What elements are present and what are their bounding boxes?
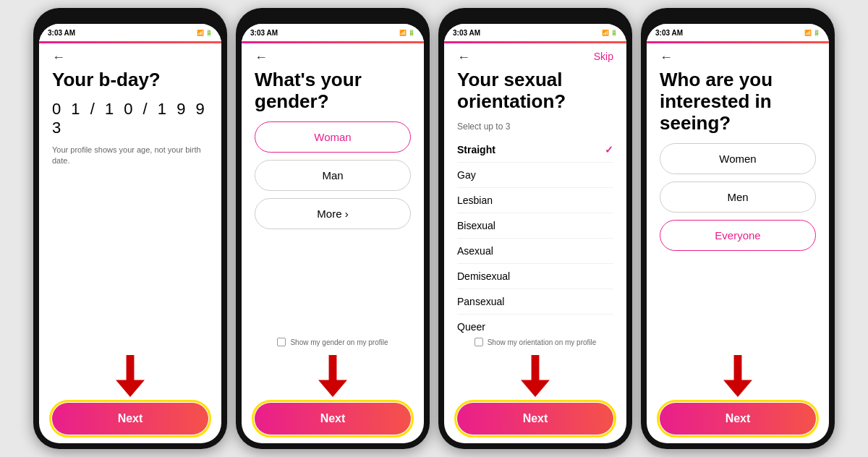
gender-option-woman[interactable]: Woman [255, 121, 411, 153]
phone-interest: 3:03 AM 📶🔋 ← Who are you interested in s… [641, 8, 835, 449]
orient-lesbian[interactable]: Lesbian [457, 188, 613, 213]
phone-gender: 3:03 AM 📶🔋 ← What's your gender? Woman M… [236, 8, 430, 449]
down-arrow-icon-3 [519, 355, 551, 397]
time-3: 3:03 AM [453, 29, 480, 37]
checkbox-orientation[interactable] [475, 338, 483, 346]
orientation-list: Straight ✓ Gay Lesbian Bisexual Asexual … [457, 137, 613, 335]
status-bar-3: 3:03 AM 📶🔋 [444, 24, 626, 41]
back-button-4[interactable]: ← [660, 51, 677, 64]
birthday-note: Your profile shows your age, not your bi… [52, 145, 208, 167]
status-icons-4: 📶🔋 [804, 30, 820, 36]
bottom-area-1: Next [52, 352, 208, 435]
status-bar-1: 3:03 AM 📶🔋 [39, 24, 221, 41]
orient-straight[interactable]: Straight ✓ [457, 137, 613, 163]
time-2: 3:03 AM [250, 29, 278, 37]
next-button-2[interactable]: Next [255, 403, 411, 435]
interest-men[interactable]: Men [660, 181, 816, 213]
screen-title-1: Your b-day? [52, 69, 208, 91]
gender-option-man[interactable]: Man [255, 160, 411, 191]
orient-asexual[interactable]: Asexual [457, 239, 613, 264]
svg-marker-3 [318, 380, 347, 397]
birthday-display: 0 1 / 1 0 / 1 9 9 3 [52, 100, 208, 137]
svg-marker-1 [116, 380, 145, 397]
phone-orientation: 3:03 AM 📶🔋 ← Skip Your sexual orientatio… [438, 8, 632, 449]
time-4: 3:03 AM [655, 29, 683, 37]
select-hint: Select up to 3 [457, 121, 613, 132]
orient-queer[interactable]: Queer [457, 315, 613, 335]
bottom-area-4: Next [660, 352, 816, 435]
svg-rect-6 [734, 355, 742, 381]
down-arrow-icon-2 [317, 355, 349, 397]
status-icons-2: 📶🔋 [399, 30, 415, 36]
checkbox-label-2: Show my gender on my profile [290, 338, 388, 346]
arrow-container-1 [114, 355, 146, 397]
status-icons-1: 📶🔋 [197, 30, 213, 36]
bottom-area-2: Show my gender on my profile Next [255, 335, 411, 435]
interest-women[interactable]: Women [660, 143, 816, 174]
orient-pansexual[interactable]: Pansexual [457, 289, 613, 315]
next-button-3[interactable]: Next [457, 403, 613, 435]
skip-button[interactable]: Skip [594, 51, 613, 62]
down-arrow-icon-4 [722, 355, 754, 397]
orient-label-straight: Straight [457, 144, 495, 155]
next-button-1[interactable]: Next [52, 403, 208, 435]
orient-label-lesbian: Lesbian [457, 195, 493, 206]
svg-marker-7 [723, 380, 752, 397]
orient-gay[interactable]: Gay [457, 163, 613, 188]
status-bar-2: 3:03 AM 📶🔋 [242, 24, 424, 41]
checkbox-row-3: Show my orientation on my profile [475, 338, 597, 346]
interest-everyone[interactable]: Everyone [660, 220, 816, 251]
checkbox-label-3: Show my orientation on my profile [488, 338, 597, 346]
svg-rect-0 [127, 355, 135, 381]
time-1: 3:03 AM [48, 29, 75, 37]
phone-birthday: 3:03 AM 📶🔋 ← Your b-day? 0 1 / 1 0 / 1 9… [33, 8, 227, 449]
back-button-2[interactable]: ← [255, 51, 272, 64]
back-button-3[interactable]: ← [457, 51, 475, 64]
orient-demisexual[interactable]: Demisexual [457, 264, 613, 289]
svg-rect-2 [329, 355, 337, 381]
bottom-area-3: Show my orientation on my profile Next [457, 335, 613, 435]
screen-title-2: What's your gender? [255, 69, 411, 113]
screen-title-4: Who are you interested in seeing? [660, 69, 816, 134]
orient-label-pansexual: Pansexual [457, 296, 504, 307]
arrow-container-4 [722, 355, 754, 397]
orient-bisexual[interactable]: Bisexual [457, 213, 613, 239]
down-arrow-icon-1 [114, 355, 146, 397]
status-bar-4: 3:03 AM 📶🔋 [647, 24, 829, 41]
svg-marker-5 [521, 380, 550, 397]
screen-title-3: Your sexual orientation? [457, 69, 613, 113]
orient-label-queer: Queer [457, 321, 485, 333]
orient-label-bisexual: Bisexual [457, 220, 495, 231]
gender-option-more[interactable]: More › [255, 198, 411, 229]
arrow-container-2 [317, 355, 349, 397]
orient-label-demisexual: Demisexual [457, 270, 510, 282]
orient-label-gay: Gay [457, 169, 476, 181]
back-button-1[interactable]: ← [52, 51, 69, 64]
arrow-container-3 [519, 355, 551, 397]
svg-rect-4 [532, 355, 540, 381]
checkbox-gender[interactable] [277, 338, 286, 346]
next-button-4[interactable]: Next [660, 403, 816, 435]
checkbox-row-2: Show my gender on my profile [277, 338, 388, 346]
check-straight: ✓ [605, 144, 613, 155]
status-icons-3: 📶🔋 [602, 30, 618, 36]
orient-label-asexual: Asexual [457, 245, 493, 257]
